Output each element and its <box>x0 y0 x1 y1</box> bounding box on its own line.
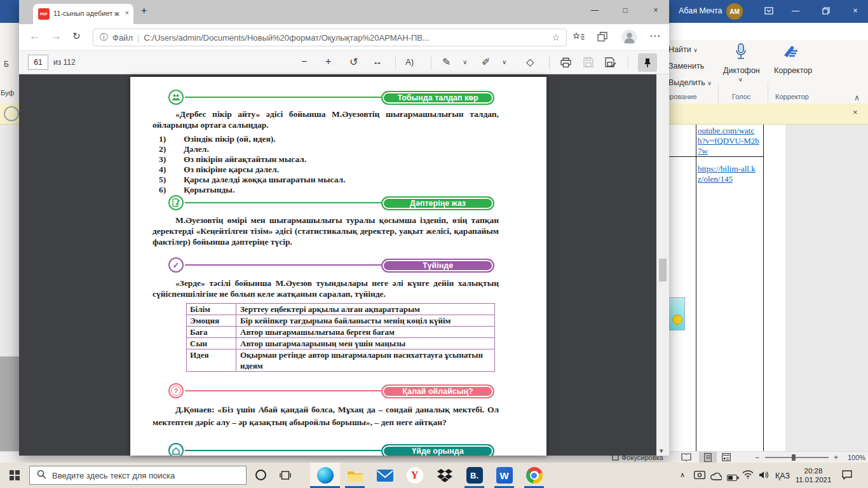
edge-close-button[interactable]: × <box>643 1 668 19</box>
editor-icon[interactable] <box>782 42 799 62</box>
tray-expand-icon[interactable]: ∧ <box>680 471 685 479</box>
wifi-icon[interactable] <box>742 470 754 482</box>
dictate-icon[interactable] <box>735 43 747 64</box>
list-item: 6)Қорытынды. <box>159 185 499 195</box>
zoom-in-icon[interactable]: + <box>325 56 331 67</box>
desktop-edge-strip <box>0 356 19 451</box>
onedrive-cloud-icon[interactable] <box>710 471 722 483</box>
back-icon[interactable]: ← <box>29 30 40 43</box>
edge-maximize-button[interactable]: □ <box>613 1 638 19</box>
notification-icon-fragment <box>4 106 19 121</box>
settings-menu-icon[interactable]: ⋯ <box>649 29 660 43</box>
notification-close-icon[interactable]: × <box>853 107 858 117</box>
pdf-scrollbar[interactable]: ▾ <box>656 74 669 456</box>
scroll-down-icon[interactable]: ▾ <box>660 447 663 455</box>
address-bar[interactable]: ⓘ Файл | C:/Users/admin/Documents/Новый%… <box>93 29 567 46</box>
rotate-icon[interactable]: ↺ <box>349 56 358 68</box>
task-view-icon[interactable] <box>280 470 291 483</box>
read-mode-button[interactable] <box>681 453 691 463</box>
edge-minimize-button[interactable]: — <box>582 1 607 19</box>
account-avatar[interactable]: АМ <box>726 3 743 20</box>
editor-button[interactable]: Корректор <box>774 66 812 75</box>
zoom-out-icon[interactable]: − <box>301 56 307 67</box>
taskbar-word-icon[interactable]: W <box>489 463 519 488</box>
eraser-icon[interactable]: ◇ <box>526 56 534 68</box>
group-work-icon <box>168 90 184 105</box>
battery-icon[interactable] <box>727 472 739 484</box>
highlighter-chevron-icon[interactable]: ∨ <box>502 58 506 65</box>
new-tab-button[interactable]: + <box>141 5 147 17</box>
list-item: 4)Өз пікіріне қарсы дәлел. <box>159 165 499 175</box>
taskbar-explorer-icon[interactable] <box>340 463 370 488</box>
action-center-icon[interactable] <box>842 470 852 482</box>
page-number-input[interactable]: 61 <box>28 55 48 70</box>
taskbar-dropbox-icon[interactable] <box>430 463 459 488</box>
section-banner: Үйде орында <box>381 444 494 456</box>
word-close-button[interactable]: × <box>843 0 868 22</box>
scrollbar-thumb[interactable] <box>659 259 667 281</box>
word-restore-button[interactable] <box>813 0 839 22</box>
forward-icon[interactable]: → <box>51 30 62 43</box>
table-border <box>661 156 763 157</box>
taskbar-yandex-icon[interactable]: Y <box>400 463 430 488</box>
zoom-slider-track[interactable] <box>765 457 829 458</box>
task-paragraph: «Зерде» тәсілі бойынша М.Әуезов туындыла… <box>153 278 499 299</box>
word-minimize-button[interactable]: — <box>783 0 808 22</box>
tray-time: 20:28 <box>794 466 832 475</box>
tab-close-icon[interactable]: × <box>125 9 129 17</box>
taskbar-edge-icon[interactable] <box>310 463 340 488</box>
start-button[interactable] <box>0 463 29 488</box>
pen-chevron-icon[interactable]: ∨ <box>463 58 467 65</box>
browser-tab[interactable]: PDF 11-сынып әдебиет жаратылыст × <box>33 4 133 24</box>
zoom-slider-thumb[interactable] <box>792 454 796 461</box>
task-paragraph: Д.Қонаев: «Біз үшін Абай қандай болса, М… <box>153 403 499 429</box>
collapse-ribbon-button[interactable]: ∧ <box>854 93 860 102</box>
table-border <box>696 125 696 451</box>
fit-width-icon[interactable]: ↔ <box>372 56 383 67</box>
zoom-in-button[interactable]: + <box>834 453 838 462</box>
save-icon[interactable] <box>583 57 593 69</box>
table-row: БағаАвтор шығармашылығына берген бағам <box>187 326 494 337</box>
select-button[interactable]: Выделить ∨ <box>668 78 712 87</box>
print-layout-button[interactable] <box>699 452 717 463</box>
taskbar-search-input[interactable]: Введите здесь текст для поиска <box>29 466 247 485</box>
zoom-level-label[interactable]: 100% <box>848 454 865 461</box>
volume-icon[interactable] <box>759 470 769 482</box>
meet-now-camera-icon[interactable] <box>694 470 705 482</box>
clock[interactable]: 20:28 11.01.2021 <box>794 466 832 484</box>
list-item: 2)Дәлел. <box>159 144 499 154</box>
dropbox-logo-icon <box>437 468 452 483</box>
replace-button[interactable]: Заменить <box>668 62 704 71</box>
url-text[interactable]: C:/Users/admin/Documents/Новый%20формат/… <box>144 33 547 43</box>
draw-pen-icon[interactable]: ✎ <box>442 56 451 68</box>
taskbar-chrome-icon[interactable] <box>519 463 549 488</box>
yandex-logo-icon: Y <box>407 467 423 484</box>
word-account-name: Абая Мечта <box>679 6 722 15</box>
read-aloud-icon[interactable]: A) <box>405 57 414 67</box>
favorites-icon[interactable] <box>573 32 585 44</box>
collections-icon[interactable] <box>597 32 607 44</box>
zoom-out-button[interactable]: − <box>755 453 759 462</box>
refresh-icon[interactable]: ↻ <box>72 30 81 42</box>
language-indicator[interactable]: ҚАЗ <box>775 471 790 480</box>
dictate-button[interactable]: Диктофон <box>723 66 760 75</box>
taskbar-mail-icon[interactable] <box>370 463 400 488</box>
cortana-icon[interactable] <box>255 470 266 480</box>
search-icon <box>37 470 46 481</box>
add-favorite-icon[interactable]: ☆ <box>552 32 560 43</box>
ribbon-display-options-icon[interactable] <box>756 0 782 22</box>
web-layout-button[interactable] <box>722 453 731 463</box>
info-icon[interactable]: ⓘ <box>100 32 108 43</box>
pin-toolbar-button[interactable] <box>638 53 657 72</box>
word-left-sliver: Б Буф <box>0 23 19 104</box>
doc-hyperlink[interactable]: outube.com/watch?v=fQDVU-M2b7w <box>698 126 761 155</box>
highlighter-icon[interactable]: ✐ <box>482 56 490 68</box>
find-button[interactable]: Найти ∨ <box>668 45 698 54</box>
taskbar-b-app-icon[interactable]: B. <box>459 463 489 488</box>
doc-hyperlink[interactable]: https://bilim-all.kz/olen/145 <box>698 164 761 184</box>
pdf-viewer-area: Тобында талдап көр «Дербес пікір айту» ә… <box>19 74 669 456</box>
print-icon[interactable] <box>560 57 571 70</box>
pdf-toolbar: 61 из 112 − + ↺ ↔ A) ✎ ∨ ✐ ∨ ◇ <box>19 51 669 74</box>
profile-avatar[interactable] <box>621 29 637 48</box>
save-as-icon[interactable] <box>605 57 616 69</box>
